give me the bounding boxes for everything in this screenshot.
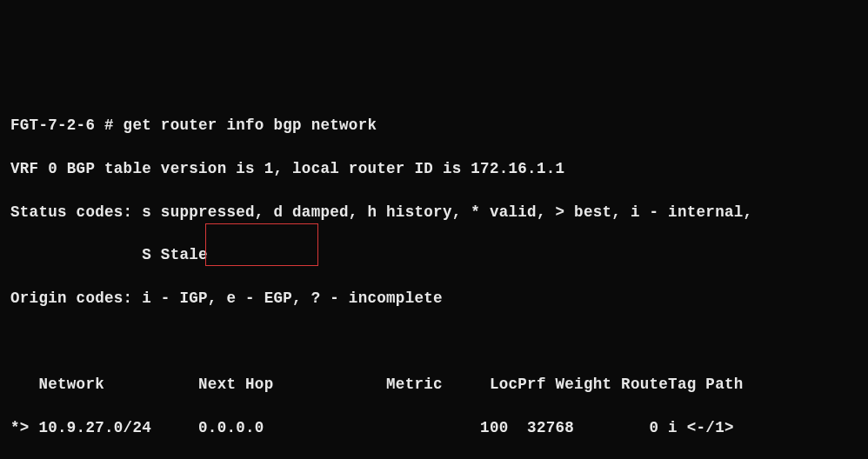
table-header-1: Network Next Hop Metric LocPrf Weight Ro… — [10, 374, 858, 396]
table-row-1: *> 10.9.27.0/24 0.0.0.0 100 32768 0 i <-… — [10, 417, 858, 439]
cmd-line-1: FGT-7-2-6 # get router info bgp network — [10, 115, 858, 136]
origin-codes-1: Origin codes: i - IGP, e - EGP, ? - inco… — [10, 288, 858, 309]
status-codes-line2-1: S Stale — [10, 244, 858, 266]
blank-1a — [10, 331, 858, 353]
vrf-line-1: VRF 0 BGP table version is 1, local rout… — [10, 158, 858, 180]
status-codes-line1-1: Status codes: s suppressed, d damped, h … — [10, 202, 858, 223]
terminal-output: FGT-7-2-6 # get router info bgp network … — [10, 93, 858, 459]
